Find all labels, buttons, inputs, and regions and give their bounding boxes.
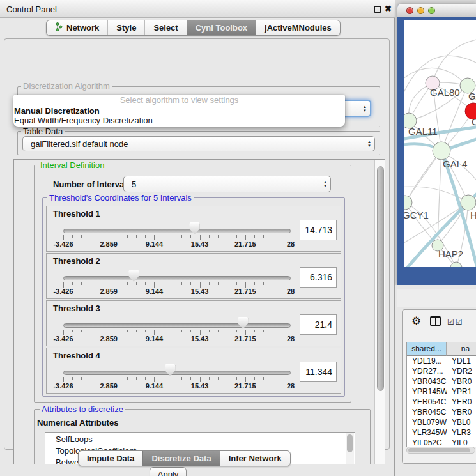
tick-label: 2.859 bbox=[100, 382, 118, 390]
threshold-value-field[interactable]: 14.713 bbox=[300, 220, 337, 240]
table-cell: YER054C bbox=[407, 397, 447, 407]
checkbox-columns-icon[interactable]: ☑☑ bbox=[447, 318, 464, 326]
table-horizontal-scrollbar[interactable] bbox=[406, 447, 475, 454]
table-column-header-1[interactable]: shared... bbox=[407, 342, 447, 356]
threshold-slider-track[interactable] bbox=[63, 371, 291, 375]
tab-infer-network[interactable]: Infer Network bbox=[220, 451, 290, 466]
table-row[interactable]: YBL079WYBL0 bbox=[407, 417, 476, 427]
network-window-titlebar[interactable] bbox=[397, 4, 476, 17]
tick-label: 2.859 bbox=[100, 288, 118, 295]
table-data-combobox-value: galFiltered.sif default node bbox=[31, 139, 128, 149]
network-node-label: GA bbox=[468, 91, 476, 102]
tab-select[interactable]: Select bbox=[144, 20, 186, 35]
tick-label: 21.715 bbox=[234, 335, 256, 342]
table-horizontal-scrollbar-thumb[interactable] bbox=[408, 448, 470, 452]
close-icon[interactable]: ✖ bbox=[385, 4, 392, 13]
tick-label: 21.715 bbox=[234, 382, 256, 390]
tick-label: 15.43 bbox=[191, 382, 209, 390]
network-edge bbox=[404, 203, 468, 245]
minimize-light[interactable] bbox=[417, 7, 424, 14]
tick-label: 28 bbox=[287, 288, 295, 295]
table-row[interactable]: YPR145WYPR1 bbox=[407, 387, 476, 397]
table-row[interactable]: YDL19...YDL1 bbox=[407, 356, 476, 366]
attributes-list-scrollbar[interactable] bbox=[346, 433, 354, 464]
threshold-slider-track[interactable] bbox=[63, 323, 291, 328]
threshold-value-field[interactable]: 6.316 bbox=[300, 267, 337, 288]
tab-jactivemnodules[interactable]: jActiveMNodules bbox=[256, 20, 340, 35]
tick-label: 2.859 bbox=[100, 335, 118, 342]
split-columns-icon[interactable] bbox=[430, 316, 441, 326]
network-node-gal4[interactable] bbox=[433, 142, 450, 160]
tab-label: Select bbox=[153, 23, 178, 33]
table-row[interactable]: YER054CYER0 bbox=[407, 397, 476, 407]
tab-label: Impute Data bbox=[87, 454, 134, 463]
algorithm-placeholder-option[interactable]: Select algorithm to view settings bbox=[13, 95, 345, 106]
threshold-slider-track[interactable] bbox=[63, 229, 291, 233]
network-canvas[interactable]: GAL80GACGAL11GAL4GCY1HHAP2 bbox=[404, 20, 476, 267]
number-of-intervals-combobox[interactable]: 5 ▲▼ bbox=[123, 176, 331, 192]
discretization-algorithm-label: Discretization Algorithm bbox=[21, 81, 112, 91]
slider-tick-labels: -3.4262.8599.14415.4321.71528 bbox=[63, 382, 291, 391]
algorithm-options: Manual DiscretizationEqual Width/Frequen… bbox=[13, 106, 345, 125]
network-edge bbox=[433, 39, 476, 83]
gear-icon[interactable]: ⚙ bbox=[411, 314, 421, 328]
network-node-h[interactable] bbox=[461, 195, 476, 210]
slider-tick-labels: -3.4262.8599.14415.4321.71528 bbox=[63, 288, 291, 296]
table-row[interactable]: YBR045CYBR0 bbox=[407, 407, 476, 417]
tab-style[interactable]: Style bbox=[107, 20, 144, 35]
attributes-list-scrollbar-thumb[interactable] bbox=[347, 434, 353, 452]
network-node-gcy1[interactable] bbox=[404, 196, 412, 210]
combobox-stepper-icon[interactable]: ▲▼ bbox=[363, 105, 367, 112]
table-panel-window: ⚙ ☑☑ shared...naYDL19...YDL1YDR27...YDR2… bbox=[402, 309, 476, 464]
tick-label: -3.426 bbox=[53, 335, 73, 342]
spinner-down-icon: ▼ bbox=[367, 144, 371, 148]
apply-button[interactable]: Apply bbox=[150, 467, 187, 476]
table-cell: YDL19... bbox=[407, 356, 447, 366]
spinner-down-icon: ▼ bbox=[363, 109, 367, 112]
table-cell: YDL1 bbox=[447, 356, 476, 366]
network-node-label: GAL80 bbox=[430, 87, 460, 98]
network-node-label: H bbox=[470, 210, 476, 220]
network-node-label: C bbox=[472, 116, 476, 127]
close-light[interactable] bbox=[406, 7, 413, 14]
tick-label: 28 bbox=[287, 335, 295, 342]
threshold-title: Threshold 3 bbox=[53, 303, 100, 313]
number-of-intervals-value: 5 bbox=[132, 180, 136, 189]
number-of-intervals-label: Number of Intervals bbox=[53, 180, 131, 189]
threshold-value-field[interactable]: 11.344 bbox=[300, 362, 337, 382]
tick-label: 9.144 bbox=[146, 382, 164, 390]
table-row[interactable]: YBR043CYBR0 bbox=[407, 376, 476, 387]
table-row[interactable]: YLR345WYLR3 bbox=[407, 427, 476, 438]
network-edge bbox=[405, 151, 441, 203]
tab-cyni-toolbox[interactable]: Cyni Toolbox bbox=[187, 20, 256, 35]
threshold-slider-track[interactable] bbox=[63, 276, 291, 280]
combobox-stepper-icon[interactable]: ▲▼ bbox=[323, 180, 327, 188]
spinner-down-icon: ▼ bbox=[323, 184, 327, 188]
algorithm-option[interactable]: Manual Discretization bbox=[13, 106, 345, 116]
node-attribute-table: shared...naYDL19...YDL1YDR27...YDR2YBR04… bbox=[406, 342, 476, 447]
attribute-list-item[interactable]: SelfLoops bbox=[56, 434, 355, 445]
tab-label: jActiveMNodules bbox=[265, 23, 332, 33]
settings-vertical-scrollbar-thumb[interactable] bbox=[377, 166, 384, 391]
algorithm-option[interactable]: Equal Width/Frequency Discretization bbox=[13, 116, 345, 125]
table-column-header-2[interactable]: na bbox=[447, 342, 476, 356]
control-panel-title: Control Panel bbox=[6, 4, 57, 14]
tab-discretize-data[interactable]: Discretize Data bbox=[142, 451, 219, 466]
control-panel-window: Control Panel ✖ NetworkStyleSelectCyni T… bbox=[0, 0, 395, 476]
settings-vertical-scrollbar[interactable] bbox=[374, 160, 385, 464]
zoom-light[interactable] bbox=[428, 7, 435, 14]
table-data-combobox[interactable]: galFiltered.sif default node ▲▼ bbox=[22, 136, 375, 151]
table-row[interactable]: YDR27...YDR2 bbox=[407, 366, 476, 376]
table-data-label: Table Data bbox=[21, 127, 65, 136]
table-cell: YBR0 bbox=[447, 407, 476, 417]
tab-label: Style bbox=[116, 23, 136, 33]
network-node-label: GCY1 bbox=[404, 210, 429, 220]
tab-label: Discretize Data bbox=[151, 454, 211, 463]
tab-network[interactable]: Network bbox=[47, 20, 107, 35]
tab-label: Infer Network bbox=[229, 454, 282, 463]
threshold-value-field[interactable]: 21.4 bbox=[300, 314, 337, 335]
tab-label: Cyni Toolbox bbox=[196, 23, 247, 33]
float-window-icon[interactable] bbox=[374, 6, 381, 13]
tab-impute-data[interactable]: Impute Data bbox=[79, 451, 142, 466]
combobox-stepper-icon[interactable]: ▲▼ bbox=[367, 140, 371, 148]
